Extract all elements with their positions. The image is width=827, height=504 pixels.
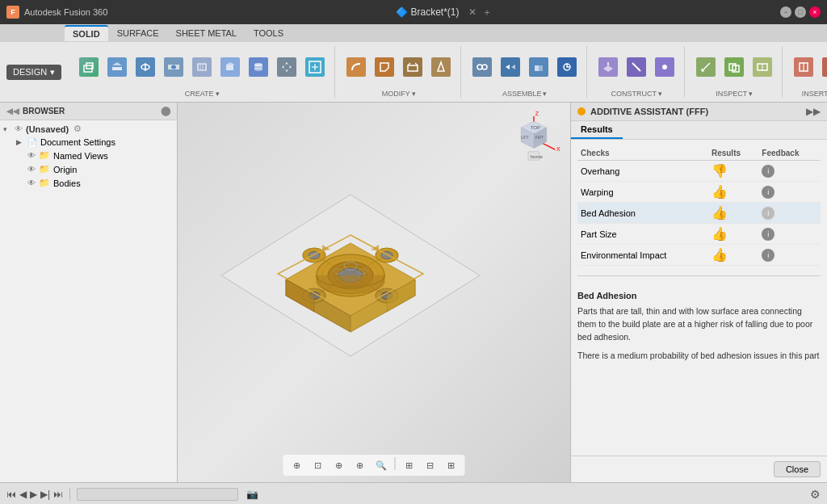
zoom-to-fit-button[interactable]: 🔍 — [372, 457, 390, 473]
timeline-prev-button[interactable]: ◀ — [19, 489, 27, 500]
thread-button[interactable] — [189, 51, 215, 83]
tree-root[interactable]: ▾ 👁 (Unsaved) ⚙ — [0, 122, 177, 136]
warping-info-button[interactable]: i — [762, 186, 775, 199]
cylinder-button[interactable] — [246, 51, 271, 83]
close-tab-btn[interactable]: ✕ — [468, 6, 476, 18]
timeline-end-button[interactable]: ⏭ — [53, 489, 63, 500]
collapse-arrows[interactable]: ◀◀ — [6, 107, 19, 116]
view-cube-button[interactable]: ⊞ — [401, 457, 418, 473]
insert-svg-button[interactable] — [819, 51, 827, 83]
hole-button[interactable] — [161, 51, 187, 83]
chamfer-button[interactable] — [372, 51, 397, 83]
assistant-tabs: Results — [571, 121, 827, 140]
svg-rect-22 — [535, 65, 539, 71]
timeline-play-button[interactable]: ▶ — [30, 489, 37, 500]
tab-solid[interactable]: SOLID — [65, 25, 108, 41]
maximize-button[interactable]: □ — [795, 6, 806, 18]
offset-axis-button[interactable] — [623, 51, 649, 83]
part-size-info-button[interactable]: i — [762, 228, 775, 241]
section-analysis-button[interactable] — [749, 51, 775, 83]
display-settings-button[interactable]: ⊟ — [422, 457, 439, 473]
tab-results[interactable]: Results — [571, 121, 623, 139]
row-warping[interactable]: Warping 👍 i — [577, 182, 821, 203]
tree-doc-settings[interactable]: ▶ 📄 Document Settings — [0, 136, 177, 149]
orbit-button[interactable]: ⊕ — [288, 457, 306, 473]
tree-named-views[interactable]: ▶ 👁 📁 Named Views — [0, 149, 177, 162]
origin-eye: 👁 — [27, 165, 36, 174]
close-button[interactable]: × — [809, 6, 821, 18]
group-assemble: ASSEMBLE▾ — [463, 46, 587, 98]
timeline-next-button[interactable]: ▶| — [40, 489, 50, 500]
environmental-info-button[interactable]: i — [762, 249, 775, 262]
check-part-size-name: Part Size — [577, 224, 708, 245]
row-bed-adhesion[interactable]: Bed Adhesion 👍 i — [577, 203, 821, 224]
svg-point-28 — [662, 65, 667, 69]
check-overhang-result: 👎 — [708, 161, 758, 182]
pan-button[interactable]: ⊡ — [309, 457, 327, 473]
nav-cube[interactable]: Z X TOP FRT LFT home — [506, 111, 562, 167]
sketch-button[interactable] — [302, 51, 328, 83]
tab-tools[interactable]: TOOLS — [246, 25, 292, 41]
col-checks: Checks — [577, 146, 708, 161]
new-component-icon — [79, 57, 99, 77]
fit-button[interactable]: ⊕ — [351, 457, 369, 473]
draft-icon — [431, 57, 451, 77]
origin-label: Origin — [53, 165, 77, 174]
measure-button[interactable] — [693, 51, 719, 83]
revolve-button[interactable] — [132, 51, 158, 83]
tree-bodies[interactable]: ▶ 👁 📁 Bodies — [0, 176, 177, 190]
draft-button[interactable] — [428, 51, 454, 83]
canvas-settings-button[interactable]: ⊞ — [443, 457, 460, 473]
joint-button[interactable] — [469, 51, 495, 83]
minimize-button[interactable]: − — [780, 6, 791, 18]
row-part-size[interactable]: Part Size 👍 i — [577, 224, 821, 245]
extrude-button[interactable] — [104, 51, 130, 83]
environmental-result-icon: 👍 — [712, 248, 728, 262]
offset-plane-button[interactable] — [595, 51, 621, 83]
tab-surface[interactable]: SURFACE — [109, 25, 167, 41]
timeline-track[interactable] — [77, 488, 238, 501]
sketch-icon — [305, 57, 325, 77]
assistant-content: Checks Results Feedback Overhang 👎 i — [571, 140, 827, 456]
insert-mcmaster-button[interactable] — [791, 51, 817, 83]
overhang-info-button[interactable]: i — [762, 165, 775, 178]
camera-button[interactable]: 📷 — [246, 489, 258, 500]
box-button[interactable] — [217, 51, 243, 83]
settings-gear-button[interactable]: ⚙ — [810, 488, 821, 501]
design-dropdown[interactable]: DESIGN ▾ — [6, 65, 61, 80]
warping-result-icon: 👍 — [712, 185, 728, 199]
tree-origin[interactable]: ▶ 👁 📁 Origin — [0, 162, 177, 176]
fillet-button[interactable] — [343, 51, 369, 83]
move-button[interactable] — [274, 51, 300, 83]
bed-adhesion-info-button[interactable]: i — [762, 207, 775, 220]
ribbon-tabs: SOLID SURFACE SHEET METAL TOOLS — [0, 24, 827, 42]
motion-link-button[interactable] — [497, 51, 523, 83]
folder-icon-bodies: 📁 — [39, 178, 50, 188]
drive-joints-button[interactable] — [554, 51, 580, 83]
new-component-button[interactable] — [76, 51, 102, 83]
viewport-toolbar: ⊕ ⊡ ⊕ ⊕ 🔍 ⊞ ⊟ ⊞ — [283, 455, 465, 476]
add-tab-btn[interactable]: ＋ — [482, 6, 492, 18]
chamfer-icon — [375, 57, 394, 77]
detail-text2: There is a medium probability of bed adh… — [577, 350, 821, 363]
row-environmental[interactable]: Environmental Impact 👍 i — [577, 245, 821, 266]
viewport[interactable]: Z X TOP FRT LFT home — [178, 103, 570, 482]
close-button[interactable]: Close — [774, 461, 821, 477]
ribbon-content: DESIGN ▾ — [0, 42, 827, 102]
timeline-start-button[interactable]: ⏮ — [6, 489, 16, 500]
tab-sheet-metal[interactable]: SHEET METAL — [168, 25, 245, 41]
check-part-size-result: 👍 — [708, 224, 758, 245]
insert-items — [791, 46, 827, 88]
point-button[interactable] — [652, 51, 678, 83]
interference-button[interactable] — [721, 51, 747, 83]
separator — [69, 488, 70, 501]
assemble-label: ASSEMBLE▾ — [502, 90, 548, 98]
zoom-button[interactable]: ⊕ — [330, 457, 348, 473]
row-overhang[interactable]: Overhang 👎 i — [577, 161, 821, 182]
shell-button[interactable] — [400, 51, 426, 83]
browser-options[interactable]: ⬤ — [161, 106, 170, 116]
expand-panel-button[interactable]: ▶▶ — [806, 106, 821, 117]
app-logo: F — [6, 6, 19, 19]
overhang-result-icon: 👎 — [712, 164, 728, 178]
enable-contact-button[interactable] — [526, 51, 552, 83]
